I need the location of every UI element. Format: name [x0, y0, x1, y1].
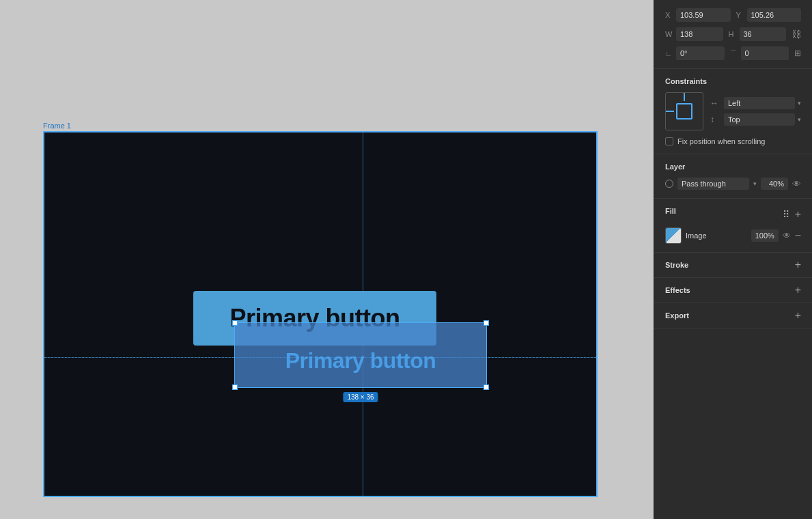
frame-label: Frame 1	[43, 122, 71, 130]
opacity-input[interactable]	[761, 178, 788, 190]
v-constraint-arrow: ▾	[798, 116, 801, 123]
fix-scroll-checkbox[interactable]	[665, 137, 673, 145]
handle-bottom-left[interactable]	[232, 384, 238, 390]
canvas-area: Frame 1 Primary button Primary button 13…	[0, 0, 654, 519]
h-constraint-icon: ↔	[710, 98, 721, 108]
y-label: Y	[736, 11, 744, 19]
corner-input[interactable]	[741, 46, 789, 60]
stroke-section[interactable]: Stroke +	[654, 253, 812, 278]
h-coord-group: H	[729, 27, 787, 41]
y-coord-group: Y	[736, 8, 802, 22]
blend-mode-select[interactable]: Pass through Normal Darken Multiply Ligh…	[677, 178, 749, 190]
fill-section: Fill ⠿ + Image 👁 −	[654, 199, 812, 253]
effects-title: Effects	[665, 286, 690, 294]
primary-button-selected-label: Primary button	[235, 348, 486, 374]
link-proportions-icon[interactable]: ⛓	[792, 29, 801, 40]
effects-add-icon[interactable]: +	[795, 285, 801, 296]
h-input[interactable]	[740, 27, 787, 41]
constraints-grid: ↔ Left Right Left & Right Center Scale ▾…	[665, 92, 801, 130]
h-constraint-row: ↔ Left Right Left & Right Center Scale ▾	[710, 97, 801, 109]
selected-element[interactable]: Primary button 138 × 36	[234, 322, 487, 388]
angle-group: ∟	[665, 46, 725, 60]
layer-title: Layer	[665, 163, 801, 171]
export-add-icon[interactable]: +	[795, 310, 801, 321]
x-coord-group: X	[665, 8, 731, 22]
effects-section[interactable]: Effects +	[654, 278, 812, 303]
export-title: Export	[665, 311, 689, 320]
corner-group: ⌒	[730, 46, 789, 60]
v-constraint-row: ↕ Top Bottom Top & Bottom Center Scale ▾	[710, 113, 801, 126]
constraints-title: Constraints	[665, 77, 801, 85]
fill-visibility-icon[interactable]: 👁	[783, 231, 791, 240]
stroke-add-icon[interactable]: +	[795, 260, 801, 270]
layer-section: Layer Pass through Normal Darken Multipl…	[654, 154, 812, 199]
x-label: X	[665, 11, 673, 19]
angle-input[interactable]	[676, 46, 725, 60]
fill-header: Fill ⠿ +	[665, 207, 801, 222]
size-label: 138 × 36	[343, 392, 378, 402]
h-label: H	[729, 30, 737, 38]
angle-icon: ∟	[665, 50, 673, 57]
constraint-selects: ↔ Left Right Left & Right Center Scale ▾…	[710, 97, 801, 126]
y-input[interactable]	[747, 8, 802, 22]
fill-color-preview[interactable]	[665, 227, 682, 244]
corner-link-icon[interactable]: ⊞	[794, 48, 801, 58]
w-label: W	[665, 30, 673, 38]
layer-row: Pass through Normal Darken Multiply Ligh…	[665, 178, 801, 190]
x-input[interactable]	[676, 8, 731, 22]
blend-mode-arrow: ▾	[753, 180, 757, 187]
fix-scroll-label: Fix position when scrolling	[677, 137, 765, 145]
frame-container[interactable]: Primary button Primary button 138 × 36	[43, 131, 598, 497]
w-input[interactable]	[676, 27, 723, 41]
h-constraint-arrow: ▾	[798, 100, 801, 107]
corner-icon: ⌒	[730, 48, 738, 58]
stroke-title: Stroke	[665, 261, 688, 269]
h-constraint-select[interactable]: Left Right Left & Right Center Scale	[724, 97, 795, 109]
fill-header-left: Fill	[665, 207, 676, 222]
visibility-toggle-icon[interactable]: 👁	[792, 179, 801, 189]
fill-type-label: Image	[686, 232, 747, 240]
constraint-diagram	[665, 92, 703, 130]
fix-scroll-row: Fix position when scrolling	[665, 137, 801, 145]
fill-opacity-input[interactable]	[751, 229, 779, 242]
fill-grid-icon[interactable]: ⠿	[783, 209, 789, 220]
fill-add-icon[interactable]: +	[795, 209, 801, 220]
fill-row: Image 👁 −	[665, 227, 801, 244]
handle-bottom-right[interactable]	[484, 384, 489, 390]
w-coord-group: W	[665, 27, 723, 41]
v-constraint-icon: ↕	[710, 115, 721, 124]
export-section[interactable]: Export +	[654, 303, 812, 328]
handle-top-left[interactable]	[232, 320, 238, 326]
fill-title: Fill	[665, 207, 676, 215]
v-constraint-select[interactable]: Top Bottom Top & Bottom Center Scale	[724, 113, 795, 126]
constraints-section: Constraints ↔ Left Right Left & Right Ce…	[654, 69, 812, 154]
right-panel: X Y W H ⛓ ∟ ⌒	[654, 0, 812, 519]
layer-blend-icon	[665, 180, 673, 188]
fill-remove-icon[interactable]: −	[795, 229, 801, 242]
handle-top-right[interactable]	[484, 320, 489, 326]
position-section: X Y W H ⛓ ∟ ⌒	[654, 0, 812, 69]
constraint-top-line	[684, 93, 685, 101]
